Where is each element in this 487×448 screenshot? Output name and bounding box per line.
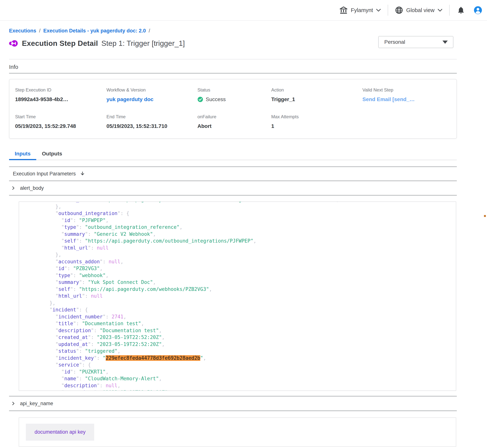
- breadcrumb-separator: /: [39, 28, 41, 34]
- chevron-down-icon: [438, 8, 442, 12]
- page-header: Execution Step Detail Step 1: Trigger [t…: [9, 37, 457, 50]
- field-label: Workflow & Version: [106, 87, 197, 93]
- alert-body-json-viewer[interactable]: "html_url": "https://api.pagerduty.com/s…: [19, 201, 456, 391]
- main-content: Executions / Execution Details - yuk pag…: [0, 28, 487, 448]
- info-field: Workflow & Version yuk pagerduty doc: [106, 87, 197, 103]
- field-label: onFailure: [197, 114, 271, 120]
- field-label: Status: [197, 87, 271, 93]
- field-label: Action: [271, 87, 362, 93]
- global-view-label: Global view: [406, 7, 435, 13]
- breadcrumb-link-executions[interactable]: Executions: [9, 28, 36, 34]
- status-badge: Success: [206, 96, 226, 103]
- action-value: Trigger_1: [271, 96, 362, 103]
- org-label: Fylamynt: [351, 7, 373, 13]
- success-check-icon: [197, 96, 203, 102]
- info-field: Status Success: [197, 87, 271, 103]
- page-title: Execution Step Detail: [22, 39, 98, 48]
- field-label: Valid Next Step: [362, 87, 451, 93]
- max-attempts-value: 1: [271, 123, 362, 129]
- user-avatar[interactable]: [474, 6, 482, 14]
- on-failure-value: Abort: [197, 123, 271, 129]
- expander-alert-body[interactable]: alert_body: [9, 181, 457, 195]
- find-highlight-scroll-marker: [484, 215, 486, 217]
- section-divider: [9, 410, 457, 411]
- info-field: Step Execution ID 18992a43-9538-4b2…: [15, 87, 106, 103]
- field-label: Step Execution ID: [15, 87, 106, 93]
- info-field: Start Time 05/19/2023, 15:52:29.748: [15, 114, 106, 129]
- chevron-right-icon: [11, 401, 16, 406]
- scope-select-value: Personal: [384, 39, 405, 45]
- params-header-label: Execution Input Parameters: [13, 171, 76, 177]
- caret-down-icon: [442, 40, 448, 44]
- org-switcher[interactable]: Fylamynt: [339, 6, 381, 14]
- chevron-down-icon: [376, 8, 381, 12]
- page-subtitle: Step 1: Trigger [trigger_1]: [101, 39, 185, 48]
- scope-select[interactable]: Personal: [378, 36, 453, 48]
- top-bar: Fylamynt Global view: [0, 0, 487, 21]
- api-key-name-chip: documentation api key: [26, 424, 94, 441]
- breadcrumb-separator: /: [149, 28, 150, 34]
- execution-input-parameters-header: Execution Input Parameters: [9, 167, 457, 180]
- json-code: "html_url": "https://api.pagerduty.com/s…: [19, 201, 456, 391]
- divider: [9, 59, 457, 59]
- globe-icon: [395, 6, 403, 14]
- field-label: Max Attempts: [271, 114, 362, 120]
- info-field: Max Attempts 1: [271, 114, 362, 129]
- tab-outputs[interactable]: Outputs: [36, 151, 68, 160]
- tab-bar: Inputs Outputs: [9, 151, 457, 160]
- section-divider: [9, 195, 457, 196]
- end-time-value: 05/19/2023, 15:52:31.710: [106, 123, 197, 129]
- field-label: End Time: [106, 114, 197, 120]
- workflow-logo-icon: [9, 39, 18, 48]
- info-field: Action Trigger_1: [271, 87, 362, 103]
- param-name-alert-body: alert_body: [20, 185, 44, 191]
- step-execution-id-value: 18992a43-9538-4b2…: [15, 96, 106, 103]
- info-field: Valid Next Step Send Email [send_…: [362, 87, 451, 103]
- topbar-divider: [449, 5, 450, 16]
- field-label: Start Time: [15, 114, 106, 120]
- bank-icon: [339, 6, 348, 14]
- chevron-right-icon: [11, 186, 16, 190]
- info-card: Step Execution ID 18992a43-9538-4b2… Wor…: [9, 79, 457, 139]
- start-time-value: 05/19/2023, 15:52:29.748: [15, 123, 106, 129]
- breadcrumb-link-execution-details[interactable]: Execution Details - yuk pagerduty doc: 2…: [43, 28, 146, 34]
- global-view-switcher[interactable]: Global view: [395, 6, 442, 14]
- topbar-divider: [388, 5, 388, 16]
- download-arrow-icon[interactable]: [80, 171, 85, 176]
- info-field: End Time 05/19/2023, 15:52:31.710: [106, 114, 197, 129]
- notifications-bell-icon[interactable]: [457, 6, 465, 14]
- breadcrumb: Executions / Execution Details - yuk pag…: [9, 28, 457, 34]
- api-key-name-panel: documentation api key: [19, 417, 456, 447]
- info-field: onFailure Abort: [197, 114, 271, 129]
- valid-next-step-link[interactable]: Send Email [send_…: [362, 96, 415, 102]
- tab-inputs[interactable]: Inputs: [9, 151, 36, 160]
- section-divider: [9, 73, 457, 74]
- expander-api-key-name[interactable]: api_key_name: [9, 397, 457, 410]
- workflow-link[interactable]: yuk pagerduty doc: [106, 96, 154, 102]
- info-heading: Info: [9, 64, 457, 70]
- param-name-api-key-name: api_key_name: [20, 401, 53, 407]
